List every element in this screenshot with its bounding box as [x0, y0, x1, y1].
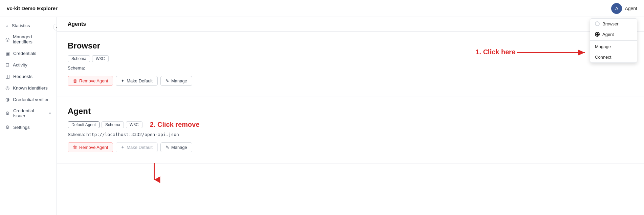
browser-agent-title: Browser: [68, 41, 633, 51]
sidebar-label-settings: Settings: [13, 125, 30, 130]
sidebar-label-known-identifiers: Known identifiers: [13, 85, 48, 91]
trash-icon: 🗑: [73, 78, 77, 83]
sidebar-label-credential-issuer: Credential issuer: [13, 108, 46, 118]
edit-icon-agent: ✎: [165, 145, 169, 150]
requests-icon: ◫: [5, 74, 10, 79]
agent-card-browser: Browser Schema W3C Schema: 🗑 Remove Agen…: [57, 32, 644, 97]
dropdown-browser[interactable]: Browser: [590, 19, 637, 29]
dropdown-manage[interactable]: Magage: [590, 41, 637, 52]
click-remove-arrow: [148, 163, 161, 183]
agent-make-default-label: Make Default: [127, 145, 153, 150]
browser-w3c-badge: W3C: [92, 55, 109, 62]
sidebar-label-activity: Activity: [13, 62, 27, 67]
radio-browser: [595, 21, 600, 26]
dropdown-agent[interactable]: Agent: [590, 29, 637, 40]
sidebar-item-statistics[interactable]: ○ Statistics: [0, 20, 57, 31]
browser-make-default-button[interactable]: ✦ Make Default: [116, 76, 158, 86]
sidebar-item-credential-issuer[interactable]: ⚙ Credential issuer ▾: [0, 105, 57, 121]
agent-action-buttons: 🗑 Remove Agent ✦ Make Default ✎ Manage: [68, 142, 633, 152]
agent-w3c-badge: W3C: [126, 121, 142, 128]
main-layout: ○ Statistics ◎ Managed identifiers ▣ Cre…: [0, 17, 644, 215]
credential-issuer-icon: ⚙: [5, 111, 10, 116]
sidebar-label-managed-identifiers: Managed identifiers: [13, 34, 51, 44]
agent-schema-line: Schema: http://localhost:3332/open-api.j…: [68, 132, 633, 137]
browser-action-buttons: 🗑 Remove Agent ✦ Make Default ✎ Manage: [68, 76, 633, 86]
sidebar-label-requests: Requests: [13, 74, 32, 79]
browser-remove-label: Remove Agent: [79, 78, 108, 83]
sidebar-item-activity[interactable]: ⊟ Activity: [0, 59, 57, 71]
credentials-icon: ▣: [5, 51, 10, 56]
sidebar-item-settings[interactable]: ⚙ Settings: [0, 121, 57, 133]
radio-agent: [595, 32, 600, 37]
dropdown-divider: [590, 40, 637, 41]
user-menu[interactable]: A Agent Browser Agent Magage Connect: [611, 3, 637, 14]
agent-card-agent: Agent Default Agent Schema W3C 2. Click …: [57, 97, 644, 163]
agent-manage-button[interactable]: ✎ Manage: [160, 142, 192, 152]
agent-make-default-button: ✦ Make Default: [116, 142, 158, 152]
user-dropdown: Browser Agent Magage Connect: [590, 18, 637, 63]
sidebar-item-credential-verifier[interactable]: ◑ Credential verifier: [0, 94, 57, 105]
agent-schema-url: http://localhost:3332/open-api.json: [86, 132, 179, 137]
dropdown-connect[interactable]: Connect: [590, 52, 637, 62]
top-header: vc-kit Demo Explorer A Agent Browser Age…: [0, 0, 644, 17]
credential-verifier-icon: ◑: [5, 97, 9, 102]
sidebar-item-known-identifiers[interactable]: ◎ Known identifiers: [0, 82, 57, 94]
managed-identifiers-icon: ◎: [5, 37, 9, 42]
settings-icon: ⚙: [5, 124, 10, 130]
browser-manage-label: Manage: [171, 78, 187, 83]
sidebar: ○ Statistics ◎ Managed identifiers ▣ Cre…: [0, 17, 57, 215]
sidebar-label-credential-verifier: Credential verifier: [13, 97, 49, 102]
main-content: Agents Browser Schema W3C Schema: 🗑 Remo…: [57, 17, 644, 215]
avatar-letter: A: [615, 6, 618, 11]
browser-badge-row: Schema W3C: [68, 55, 633, 62]
dropdown-agent-label: Agent: [602, 32, 614, 37]
star-icon: ✦: [121, 78, 125, 83]
click-remove-annotation: 2. Click remove: [150, 121, 200, 129]
chevron-down-icon: ▾: [49, 111, 51, 116]
browser-remove-agent-button[interactable]: 🗑 Remove Agent: [68, 76, 113, 86]
dropdown-manage-label: Magage: [595, 44, 611, 49]
dropdown-connect-label: Connect: [595, 55, 611, 60]
agent-manage-label: Manage: [171, 145, 187, 150]
agent-agent-title: Agent: [68, 106, 633, 116]
app-title: vc-kit Demo Explorer: [7, 5, 58, 11]
dropdown-browser-label: Browser: [602, 21, 619, 26]
browser-manage-button[interactable]: ✎ Manage: [160, 76, 192, 86]
sidebar-item-credentials[interactable]: ▣ Credentials: [0, 47, 57, 59]
edit-icon: ✎: [165, 78, 169, 83]
sidebar-item-managed-identifiers[interactable]: ◎ Managed identifiers: [0, 31, 57, 47]
user-name: Agent: [625, 6, 637, 11]
user-avatar: A: [611, 3, 622, 14]
sidebar-item-requests[interactable]: ◫ Requests: [0, 71, 57, 82]
page-title: Agents: [68, 21, 86, 27]
browser-make-default-label: Make Default: [127, 78, 153, 83]
statistics-icon: ○: [5, 23, 8, 28]
agent-schema-badge: Schema: [102, 121, 124, 128]
agent-default-badge: Default Agent: [68, 121, 99, 128]
trash-icon-agent: 🗑: [73, 145, 77, 150]
star-icon-agent: ✦: [121, 145, 125, 150]
sidebar-label-statistics: Statistics: [12, 23, 30, 28]
agent-remove-label: Remove Agent: [79, 145, 108, 150]
known-identifiers-icon: ◎: [5, 85, 9, 91]
sidebar-label-credentials: Credentials: [13, 51, 36, 56]
agent-remove-agent-button[interactable]: 🗑 Remove Agent: [68, 142, 113, 152]
agent-badge-row: Default Agent Schema W3C 2. Click remove: [68, 121, 633, 129]
browser-schema-line: Schema:: [68, 65, 633, 71]
activity-icon: ⊟: [5, 62, 9, 67]
page-header: Agents: [57, 17, 644, 32]
browser-schema-badge: Schema: [68, 55, 90, 62]
